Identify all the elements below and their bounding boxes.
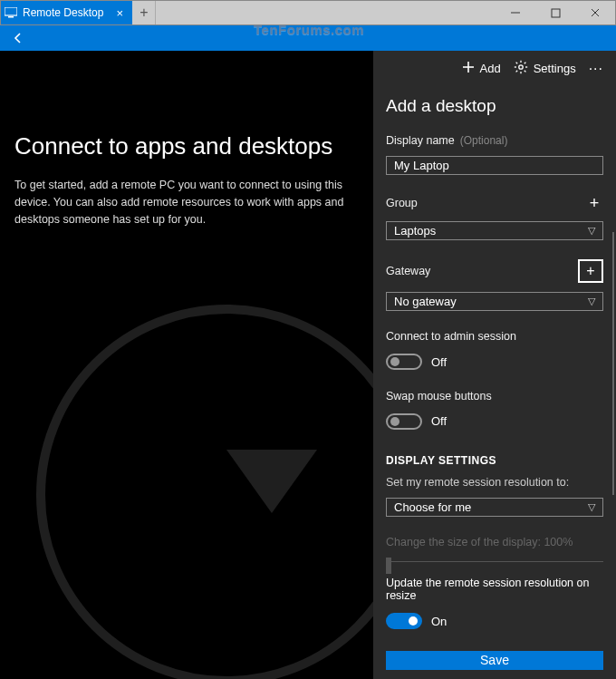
settings-button[interactable]: Settings <box>514 60 576 77</box>
settings-label: Settings <box>534 62 576 75</box>
page-heading: Connect to apps and desktops <box>14 132 359 160</box>
svg-rect-3 <box>552 9 560 17</box>
svg-rect-1 <box>8 16 14 18</box>
page-description: To get started, add a remote PC you want… <box>14 177 350 228</box>
add-desktop-panel: Add a desktop Display name (Optional) Gr… <box>373 51 616 679</box>
plus-icon <box>462 61 475 76</box>
admin-session-toggle[interactable] <box>386 354 422 370</box>
chevron-down-icon: ▽ <box>588 501 595 513</box>
gateway-select[interactable]: No gateway ▽ <box>386 292 603 311</box>
chevron-down-icon: ▽ <box>588 225 595 237</box>
gateway-value: No gateway <box>394 295 457 308</box>
tab-title: Remote Desktop <box>23 6 103 19</box>
back-button[interactable] <box>5 25 31 51</box>
slider-thumb <box>386 558 391 574</box>
swap-mouse-label: Swap mouse buttons <box>386 390 603 403</box>
window-controls <box>496 1 615 24</box>
resolution-select[interactable]: Choose for me ▽ <box>386 498 603 517</box>
resolution-label: Set my remote session resolution to: <box>386 476 603 489</box>
resolution-value: Choose for me <box>394 500 471 514</box>
maximize-button[interactable] <box>535 1 575 24</box>
display-name-label: Display name (Optional) <box>386 134 603 147</box>
admin-session-label: Connect to admin session <box>386 330 603 343</box>
svg-line-14 <box>524 71 525 73</box>
svg-rect-0 <box>5 7 17 15</box>
optional-hint: (Optional) <box>460 134 508 147</box>
more-button[interactable]: ··· <box>589 61 603 77</box>
admin-session-state: Off <box>431 355 447 369</box>
swap-mouse-state: Off <box>431 414 447 428</box>
display-scale-label: Change the size of the display: 100% <box>386 536 603 548</box>
display-settings-heading: DISPLAY SETTINGS <box>386 454 603 467</box>
app-toolbar: Add Settings ··· <box>462 60 603 77</box>
svg-line-15 <box>524 63 525 64</box>
panel-scrollbar[interactable] <box>612 232 614 495</box>
update-resolution-state: On <box>431 615 447 628</box>
background-decoration-arrow <box>226 450 317 513</box>
close-tab-icon[interactable]: × <box>112 5 127 20</box>
gateway-label: Gateway <box>386 265 430 277</box>
welcome-pane: Connect to apps and desktops To get star… <box>0 51 373 679</box>
chevron-down-icon: ▽ <box>588 296 595 307</box>
add-gateway-button[interactable]: + <box>578 259 603 283</box>
panel-title: Add a desktop <box>386 96 603 116</box>
add-group-button[interactable]: + <box>585 194 603 212</box>
group-value: Laptops <box>394 224 436 238</box>
svg-line-13 <box>515 63 517 64</box>
add-label: Add <box>480 62 501 75</box>
group-select[interactable]: Laptops ▽ <box>386 221 603 240</box>
app-body: Add Settings ··· Connect to apps and des… <box>0 51 616 679</box>
svg-point-8 <box>518 65 522 69</box>
save-button[interactable]: Save <box>386 651 603 670</box>
update-resolution-toggle[interactable] <box>386 613 422 629</box>
svg-line-16 <box>515 71 517 73</box>
group-label: Group <box>386 197 418 209</box>
display-scale-slider <box>386 561 603 562</box>
close-window-button[interactable] <box>575 1 615 24</box>
add-button[interactable]: Add <box>462 61 501 76</box>
new-tab-button[interactable]: + <box>132 1 156 24</box>
background-decoration <box>36 305 373 679</box>
app-icon <box>5 6 17 19</box>
display-name-input[interactable] <box>386 156 603 175</box>
update-resolution-label: Update the remote session resolution on … <box>386 577 603 602</box>
swap-mouse-toggle[interactable] <box>386 413 422 430</box>
watermark: TenForums.com <box>254 22 364 37</box>
gear-icon <box>514 60 528 77</box>
app-tab[interactable]: Remote Desktop × <box>1 1 132 24</box>
minimize-button[interactable] <box>496 1 535 24</box>
